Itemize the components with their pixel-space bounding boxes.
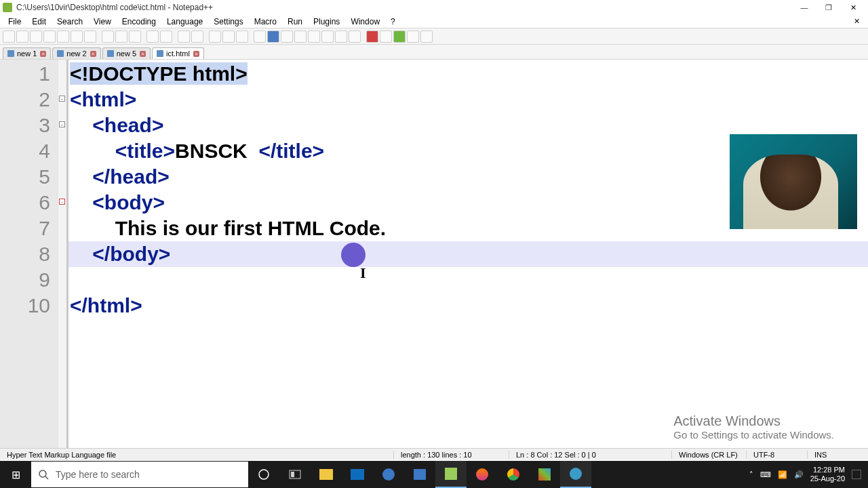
tab-new-1[interactable]: new 1× [3, 47, 51, 59]
code-text: BNSCK [175, 140, 248, 162]
zoom-in-icon[interactable] [209, 30, 221, 43]
indent-guide-icon[interactable] [281, 30, 293, 43]
svg-point-2 [259, 470, 269, 479]
menu-settings[interactable]: Settings [208, 17, 248, 26]
system-tray: ˄ ⌨ 📶 🔊 12:28 PM 25-Aug-20 [749, 466, 868, 483]
doc-map-icon[interactable] [308, 30, 320, 43]
menu-macro[interactable]: Macro [249, 17, 282, 26]
close-all-icon[interactable] [71, 30, 83, 43]
code-text: </body> [70, 243, 170, 265]
firefox-icon[interactable] [467, 461, 498, 488]
cortana-icon[interactable] [248, 461, 279, 488]
undo-icon[interactable] [146, 30, 159, 43]
file-icon [107, 50, 114, 57]
tray-volume-icon[interactable]: 🔊 [794, 470, 804, 479]
replace-icon[interactable] [191, 30, 203, 43]
sync-icon[interactable] [236, 30, 248, 43]
menu-language[interactable]: Language [161, 17, 208, 26]
line-number: 10 [0, 293, 50, 319]
udl-icon[interactable] [294, 30, 307, 43]
window-title: C:\Users\10vir\Desktop\html code\ict.htm… [16, 3, 213, 12]
tab-new-2[interactable]: new 2× [52, 47, 100, 59]
camera-icon[interactable] [560, 461, 591, 488]
tray-clock[interactable]: 12:28 PM 25-Aug-20 [810, 466, 845, 483]
tab-close-icon[interactable]: × [140, 51, 146, 57]
explorer-icon[interactable] [311, 461, 342, 488]
mail-icon[interactable] [342, 461, 373, 488]
code-text: </title> [248, 140, 324, 162]
find-icon[interactable] [178, 30, 190, 43]
save-icon[interactable] [30, 30, 42, 43]
maximize-button[interactable]: ❐ [816, 0, 841, 15]
status-insert-mode[interactable]: INS [807, 451, 868, 459]
wordwrap-icon[interactable] [254, 30, 266, 43]
tray-wifi-icon[interactable]: 📶 [778, 470, 787, 479]
code-editor[interactable]: <!DOCTYPE html> <html> <head> <title>BNS… [68, 60, 868, 448]
tray-chevron-icon[interactable]: ˄ [749, 470, 753, 479]
open-file-icon[interactable] [16, 30, 28, 43]
close-button[interactable]: ✕ [841, 0, 865, 15]
start-button[interactable]: ⊞ [0, 461, 31, 488]
code-text: This is our first HTML Code. [70, 217, 386, 239]
tab-ict-html[interactable]: ict.html× [152, 47, 204, 59]
zoom-out-icon[interactable] [222, 30, 235, 43]
func-list-icon[interactable] [321, 30, 334, 43]
code-text: <body> [70, 191, 165, 214]
paste-icon[interactable] [129, 30, 141, 43]
menu-view[interactable]: View [88, 17, 117, 26]
menu-plugins[interactable]: Plugins [308, 17, 345, 26]
status-encoding[interactable]: UTF-8 [746, 451, 807, 459]
close-doc-button[interactable]: ✕ [848, 17, 865, 26]
monitor-icon[interactable] [349, 30, 361, 43]
folder-icon[interactable] [335, 30, 347, 43]
taskview-icon[interactable] [279, 461, 311, 488]
taskbar-apps [248, 461, 591, 488]
tab-close-icon[interactable]: × [193, 51, 199, 57]
playback-icon[interactable] [407, 30, 419, 43]
fold-toggle-icon[interactable]: - [59, 96, 65, 102]
code-text: <head> [70, 114, 163, 136]
svg-line-1 [45, 476, 48, 479]
play-icon[interactable] [393, 30, 406, 43]
menu-run[interactable]: Run [282, 17, 308, 26]
code-text: > [235, 62, 248, 85]
fold-toggle-icon[interactable]: - [59, 121, 65, 127]
fold-toggle-icon[interactable]: - [59, 199, 65, 205]
print-icon[interactable] [84, 30, 96, 43]
tab-close-icon[interactable]: × [90, 51, 96, 57]
menu-search[interactable]: Search [52, 17, 88, 26]
record-icon[interactable] [366, 30, 378, 43]
notepadpp-icon[interactable] [435, 461, 467, 488]
all-chars-icon[interactable] [267, 30, 279, 43]
taskbar-search[interactable]: Type here to search [31, 462, 248, 487]
close-icon[interactable] [57, 30, 69, 43]
separator [98, 30, 100, 43]
webcam-overlay [730, 134, 857, 229]
watermark-title: Activate Windows [673, 413, 834, 429]
redo-icon[interactable] [160, 30, 172, 43]
stop-icon[interactable] [380, 30, 392, 43]
menu-file[interactable]: File [3, 17, 26, 26]
minimize-button[interactable]: — [792, 0, 816, 15]
edge-icon[interactable] [373, 461, 404, 488]
office-icon[interactable] [529, 461, 560, 488]
tab-new-5[interactable]: new 5× [102, 47, 151, 59]
menu-window[interactable]: Window [345, 17, 385, 26]
tray-input-icon[interactable]: ⌨ [760, 470, 771, 479]
line-number: 1 [0, 61, 50, 87]
new-file-icon[interactable] [3, 30, 15, 43]
menu-help[interactable]: ? [385, 17, 401, 26]
save-all-icon[interactable] [43, 30, 56, 43]
tab-label: new 1 [17, 49, 37, 58]
fold-column: - - - [58, 60, 66, 448]
copy-icon[interactable] [115, 30, 127, 43]
save-macro-icon[interactable] [420, 30, 433, 43]
cut-icon[interactable] [102, 30, 114, 43]
notification-icon[interactable] [852, 470, 861, 479]
chrome-icon[interactable] [498, 461, 529, 488]
tab-close-icon[interactable]: × [40, 51, 46, 57]
menu-encoding[interactable]: Encoding [117, 17, 161, 26]
store-icon[interactable] [404, 461, 435, 488]
status-eol[interactable]: Windows (CR LF) [671, 451, 746, 459]
menu-edit[interactable]: Edit [26, 17, 52, 26]
